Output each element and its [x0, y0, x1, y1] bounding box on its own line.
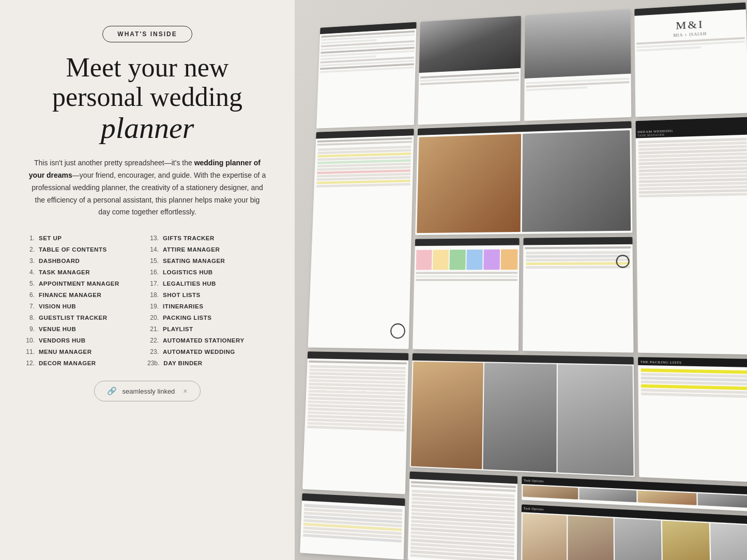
list-label: DASHBOARD — [39, 258, 80, 264]
list-label: GIFTS TRACKER — [163, 235, 215, 241]
list-item: 3.DASHBOARD — [23, 256, 147, 266]
whats-inside-badge: WHAT'S INSIDE — [102, 26, 192, 42]
list-number: 3. — [23, 257, 35, 265]
list-item: 18.SHOT LISTS — [147, 290, 271, 300]
right-panel: M&I MIA + ISAIAH — [295, 0, 747, 560]
list-number: 20. — [147, 314, 159, 321]
list-item: 10.VENDORS HUB — [23, 335, 147, 346]
list-number: 7. — [23, 303, 35, 310]
list-item: 14.ATTIRE MANAGER — [147, 244, 271, 255]
list-number: 5. — [23, 280, 35, 287]
list-item: 9.VENUE HUB — [23, 324, 147, 334]
list-item: 7.VISION HUB — [23, 301, 147, 312]
sheet-card-15 — [300, 493, 405, 559]
linked-label: seamlessly linked — [122, 387, 175, 395]
main-heading: Meet your new personal wedding planner — [52, 53, 242, 145]
list-label: PACKING LISTS — [163, 315, 211, 321]
list-item: 13.GIFTS TRACKER — [147, 233, 271, 243]
list-label: DECOR MANAGER — [39, 360, 96, 366]
list-number: 18. — [147, 291, 159, 299]
list-number: 23b. — [147, 360, 159, 367]
sheet-card-9 — [523, 237, 634, 353]
list-label: ATTIRE MANAGER — [163, 246, 220, 253]
list-number: 14. — [147, 246, 159, 253]
sheet-card-5 — [308, 129, 414, 349]
list-number: 1. — [23, 235, 35, 242]
list-number: 12. — [23, 360, 35, 367]
contents-list: 1.SET UP2.TABLE OF CONTENTS3.DASHBOARD4.… — [23, 233, 271, 368]
heading-line2: personal wedding — [52, 82, 242, 112]
list-number: 2. — [23, 246, 35, 253]
description-text: This isn't just another pretty spreadshe… — [28, 157, 266, 219]
list-label: AUTOMATED WEDDING — [163, 349, 235, 355]
sheet-card-3 — [524, 9, 632, 121]
list-item: 19.ITINERARIES — [147, 301, 271, 312]
list-label: TABLE OF CONTENTS — [39, 246, 107, 253]
list-label: VENDORS HUB — [39, 337, 85, 344]
badge-label: WHAT'S INSIDE — [117, 30, 177, 38]
sheet-card-6 — [415, 121, 633, 235]
list-number: 13. — [147, 235, 159, 242]
list-item: 22.AUTOMATED STATIONERY — [147, 335, 271, 346]
list-number: 17. — [147, 280, 159, 287]
list-item: 20.PACKING LISTS — [147, 313, 271, 323]
list-item: 1.SET UP — [23, 233, 147, 243]
sheet-card-16: Task Options — [521, 504, 747, 560]
list-label: APPOINTMENT MANAGER — [39, 281, 119, 287]
sheet-card-12: THE PACKING LISTS — [638, 357, 747, 482]
list-item: 23b.DAY BINDER — [147, 358, 271, 368]
list-number: 4. — [23, 269, 35, 276]
list-item: 8.GUESTLIST TRACKER — [23, 313, 147, 323]
left-panel: WHAT'S INSIDE Meet your new personal wed… — [0, 0, 295, 560]
list-item: 6.FINANCE MANAGER — [23, 290, 147, 300]
list-item: 12.DECOR MANAGER — [23, 358, 147, 368]
list-number: 23. — [147, 348, 159, 355]
list-label: SHOT LISTS — [163, 292, 201, 298]
list-item: 4.TASK MANAGER — [23, 267, 147, 277]
list-number: 16. — [147, 269, 159, 276]
sheet-card-7: DREAM WEDDING TASK MANAGER — [636, 117, 747, 355]
sheet-card-13 — [407, 472, 517, 560]
sheet-card-11 — [410, 353, 635, 477]
list-label: AUTOMATED STATIONERY — [163, 337, 245, 344]
list-left: 1.SET UP2.TABLE OF CONTENTS3.DASHBOARD4.… — [23, 233, 147, 368]
list-item: 2.TABLE OF CONTENTS — [23, 244, 147, 255]
list-item: 17.LEGALITIES HUB — [147, 278, 271, 289]
close-icon[interactable]: × — [183, 387, 187, 395]
heading-line3: planner — [52, 112, 242, 145]
sheet-card-2 — [418, 16, 521, 125]
linked-badge[interactable]: 🔗 seamlessly linked × — [94, 381, 200, 401]
list-label: SEATING MANAGER — [163, 258, 225, 264]
list-label: TASK MANAGER — [39, 269, 90, 275]
list-item: 21.PLAYLIST — [147, 324, 271, 334]
list-number: 21. — [147, 325, 159, 333]
sheet-card-10 — [302, 351, 408, 494]
heading-line1: Meet your new — [52, 53, 242, 82]
list-label: PLAYLIST — [163, 326, 193, 332]
list-label: VENUE HUB — [39, 326, 76, 332]
list-item: 15.SEATING MANAGER — [147, 256, 271, 266]
list-item: 23.AUTOMATED WEDDING — [147, 347, 271, 357]
sheet-card-4: M&I MIA + ISAIAH — [635, 3, 747, 117]
list-label: MENU MANAGER — [39, 349, 92, 355]
list-label: VISION HUB — [39, 303, 76, 309]
list-label: FINANCE MANAGER — [39, 292, 101, 298]
sheet-card-8 — [413, 238, 519, 351]
list-number: 15. — [147, 257, 159, 265]
list-number: 6. — [23, 291, 35, 299]
list-number: 11. — [23, 348, 35, 355]
list-label: GUESTLIST TRACKER — [39, 315, 107, 321]
list-right: 13.GIFTS TRACKER14.ATTIRE MANAGER15.SEAT… — [147, 233, 271, 368]
list-number: 22. — [147, 337, 159, 344]
mosaic-grid: M&I MIA + ISAIAH — [296, 0, 747, 560]
list-number: 10. — [23, 337, 35, 344]
list-item: 5.APPOINTMENT MANAGER — [23, 278, 147, 289]
list-label: DAY BINDER — [163, 360, 202, 366]
list-label: SET UP — [39, 235, 62, 241]
list-number: 19. — [147, 303, 159, 310]
list-label: LEGALITIES HUB — [163, 281, 216, 287]
list-item: 11.MENU MANAGER — [23, 347, 147, 357]
list-label: LOGISTICS HUB — [163, 269, 213, 275]
list-number: 8. — [23, 314, 35, 321]
list-number: 9. — [23, 325, 35, 333]
